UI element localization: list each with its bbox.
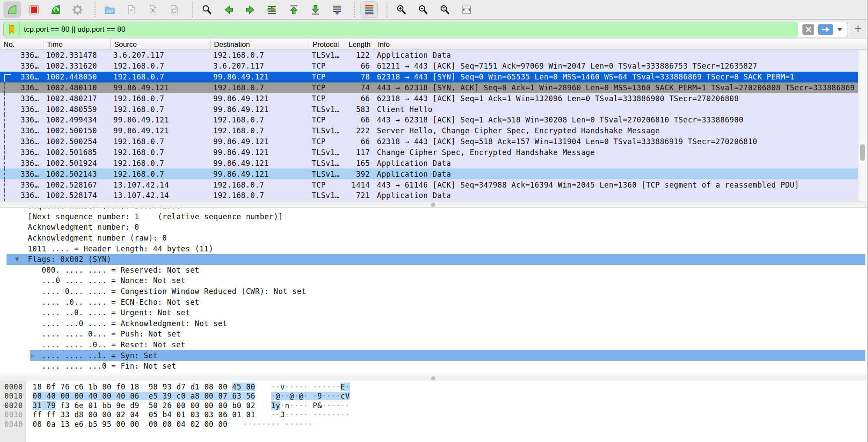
save-file-button[interactable] bbox=[122, 1, 140, 18]
packet-row[interactable]: 336…1002.49943499.86.49.121192.168.0.7TC… bbox=[0, 115, 868, 125]
packet-row[interactable]: 336…1002.52817413.107.42.14192.168.0.7TL… bbox=[0, 190, 868, 201]
go-to-last-packet-button[interactable] bbox=[307, 1, 324, 18]
conversation-line-marker bbox=[4, 179, 5, 190]
zoom-reset-button[interactable] bbox=[436, 1, 453, 18]
column-header-length[interactable]: Length bbox=[345, 39, 374, 49]
hex-row[interactable]: 002031 79 f3 6e 01 bb 9e d9 50 26 00 00 … bbox=[0, 401, 868, 410]
resize-columns-button[interactable] bbox=[458, 1, 475, 18]
column-header-info[interactable]: Info bbox=[374, 39, 868, 49]
detail-line[interactable]: [Next sequence number: 1 (relative seque… bbox=[0, 211, 868, 222]
conversation-line-marker bbox=[4, 115, 5, 125]
packet-row[interactable]: 336…1002.52816713.107.42.14192.168.0.7TC… bbox=[0, 179, 868, 190]
restart-capture-button[interactable] bbox=[47, 1, 64, 18]
hex-row[interactable]: 004008 0a 13 e6 b5 95 00 00 00 00 04 02 … bbox=[0, 419, 868, 429]
splitter-grip[interactable] bbox=[431, 376, 435, 380]
reload-file-button[interactable] bbox=[166, 1, 183, 18]
hex-row[interactable]: 000018 0f 76 c6 1b 80 f0 18 98 93 d7 d1 … bbox=[0, 382, 868, 392]
expander-right-icon[interactable]: ▶ bbox=[30, 353, 42, 359]
detail-line[interactable]: Acknowledgment number: 0 bbox=[0, 222, 868, 233]
detail-line[interactable]: .... 0... .... = Congestion Window Reduc… bbox=[0, 286, 868, 297]
filter-apply-button[interactable] bbox=[818, 24, 833, 35]
expander-down-icon[interactable]: ▼ bbox=[7, 256, 28, 262]
packet-row[interactable]: 336…1002.480217192.168.0.799.86.49.121TC… bbox=[0, 93, 868, 104]
packet-row[interactable]: 336…1002.501924192.168.0.799.86.49.121TL… bbox=[0, 158, 868, 168]
packet-row[interactable]: 336…1002.50015099.86.49.121192.168.0.7TL… bbox=[0, 125, 868, 136]
detail-line[interactable]: Acknowledgment number (raw): 0 bbox=[0, 233, 868, 244]
zoom-out-button[interactable] bbox=[414, 1, 432, 18]
packet-list-scrollbar[interactable] bbox=[858, 50, 867, 201]
cell-length: 66 bbox=[345, 115, 374, 124]
display-filter-input[interactable]: tcp.port == 80 || udp.port == 80 bbox=[3, 22, 848, 37]
go-back-button[interactable] bbox=[220, 1, 237, 18]
open-file-button[interactable] bbox=[101, 1, 118, 18]
cell-length: 78 bbox=[345, 73, 374, 81]
cell-no: 336… bbox=[0, 148, 43, 157]
packet-row[interactable]: 336…1002.500254192.168.0.799.86.49.121TC… bbox=[0, 136, 868, 147]
cell-no: 336… bbox=[0, 105, 43, 114]
cell-protocol: TCP bbox=[309, 181, 345, 189]
column-header-no[interactable]: No. bbox=[0, 39, 43, 49]
detail-text: .... .... ...0 = Fin: Not set bbox=[42, 362, 176, 370]
start-capture-button[interactable] bbox=[3, 1, 21, 18]
conversation-line-marker bbox=[4, 93, 5, 104]
scrollbar-thumb[interactable] bbox=[860, 144, 865, 161]
detail-line[interactable]: .... .... .0.. = Reset: Not set bbox=[0, 340, 868, 350]
splitter-grip[interactable] bbox=[431, 203, 435, 207]
cell-length: 721 bbox=[345, 191, 374, 200]
packet-row[interactable]: 336…1002.480559192.168.0.799.86.49.121TL… bbox=[0, 104, 868, 115]
stop-capture-icon bbox=[28, 4, 40, 16]
go-to-packet-button[interactable] bbox=[263, 1, 281, 18]
column-header-protocol[interactable]: Protocol bbox=[309, 39, 345, 49]
colorize-packets-button[interactable] bbox=[360, 1, 378, 18]
detail-line[interactable]: .... ..0. .... = Urgent: Not set bbox=[0, 307, 868, 318]
packet-row[interactable]: 336…1002.448050192.168.0.799.86.49.121TC… bbox=[0, 72, 868, 82]
capture-options-button[interactable] bbox=[69, 1, 86, 18]
zoom-in-button[interactable] bbox=[393, 1, 410, 18]
packet-row[interactable]: 336…1002.48011099.86.49.121192.168.0.7TC… bbox=[0, 82, 868, 93]
auto-scroll-button[interactable] bbox=[328, 1, 346, 18]
detail-line[interactable]: ▼Flags: 0x002 (SYN) bbox=[0, 254, 868, 265]
cell-protocol: TCP bbox=[309, 62, 345, 70]
go-to-packet-icon bbox=[266, 4, 278, 16]
column-header-time[interactable]: Time bbox=[43, 39, 111, 49]
go-forward-button[interactable] bbox=[241, 1, 259, 18]
find-packet-button[interactable] bbox=[198, 1, 215, 18]
detail-text: 1011 .... = Header Length: 44 bytes (11) bbox=[28, 244, 213, 253]
cell-time: 1002.331620 bbox=[43, 62, 111, 70]
filter-bookmark-icon[interactable] bbox=[4, 22, 20, 37]
cell-destination: 99.86.49.121 bbox=[211, 73, 309, 81]
go-to-last-packet-icon bbox=[310, 4, 321, 16]
detail-line[interactable]: .... .0.. .... = ECN-Echo: Not set bbox=[0, 297, 868, 307]
close-file-button[interactable] bbox=[144, 1, 162, 18]
cell-source: 192.168.0.7 bbox=[111, 148, 211, 157]
column-header-destination[interactable]: Destination bbox=[211, 39, 309, 49]
detail-line[interactable]: .... .... ...0 = Fin: Not set bbox=[0, 361, 868, 372]
packet-row[interactable]: 336…1002.331620192.168.0.73.6.207.117TCP… bbox=[0, 61, 868, 72]
detail-line[interactable]: ...0 .... .... = Nonce: Not set bbox=[0, 275, 868, 286]
hex-row[interactable]: 0030ff ff 33 d8 00 00 02 04 05 b4 01 03 … bbox=[0, 410, 868, 420]
packet-row[interactable]: 336…1002.501685192.168.0.799.86.49.121TL… bbox=[0, 147, 868, 158]
hex-row[interactable]: 001000 40 00 00 40 00 40 06 e5 39 c0 a8 … bbox=[0, 392, 868, 401]
filter-value-area[interactable]: tcp.port == 80 || udp.port == 80 bbox=[4, 22, 798, 37]
detail-text: .... ...0 .... = Acknowledgment: Not set bbox=[42, 319, 227, 328]
packet-row[interactable]: 336…1002.3314783.6.207.117192.168.0.7TLS… bbox=[0, 50, 868, 61]
filter-dropdown-chevron[interactable] bbox=[837, 28, 842, 31]
column-header-source[interactable]: Source bbox=[111, 39, 211, 49]
splitter-list-details[interactable] bbox=[0, 201, 868, 208]
zoom-in-icon bbox=[396, 4, 407, 16]
detail-line[interactable]: 000. .... .... = Reserved: Not set bbox=[0, 265, 868, 276]
detail-line[interactable]: .... .... 0... = Push: Not set bbox=[0, 329, 868, 340]
filter-clear-button[interactable] bbox=[802, 24, 814, 35]
detail-line[interactable]: 1011 .... = Header Length: 44 bytes (11) bbox=[0, 243, 868, 254]
cell-length: 583 bbox=[345, 105, 374, 114]
packet-row[interactable]: 336…1002.502143192.168.0.799.86.49.121TL… bbox=[0, 168, 868, 179]
detail-line[interactable]: ▶.... .... ..1. = Syn: Set bbox=[0, 350, 868, 361]
detail-line[interactable]: Sequence number (raw): 2665041958 bbox=[0, 208, 868, 211]
filter-expression-text[interactable]: tcp.port == 80 || udp.port == 80 bbox=[20, 25, 125, 34]
filter-add-button[interactable]: + bbox=[851, 21, 865, 36]
go-to-first-packet-button[interactable] bbox=[285, 1, 302, 18]
packet-list: 336…1002.3314783.6.207.117192.168.0.7TLS… bbox=[0, 50, 868, 201]
detail-line[interactable]: .... ...0 .... = Acknowledgment: Not set bbox=[0, 318, 868, 329]
cell-length: 117 bbox=[345, 148, 374, 157]
stop-capture-button[interactable] bbox=[25, 1, 43, 18]
